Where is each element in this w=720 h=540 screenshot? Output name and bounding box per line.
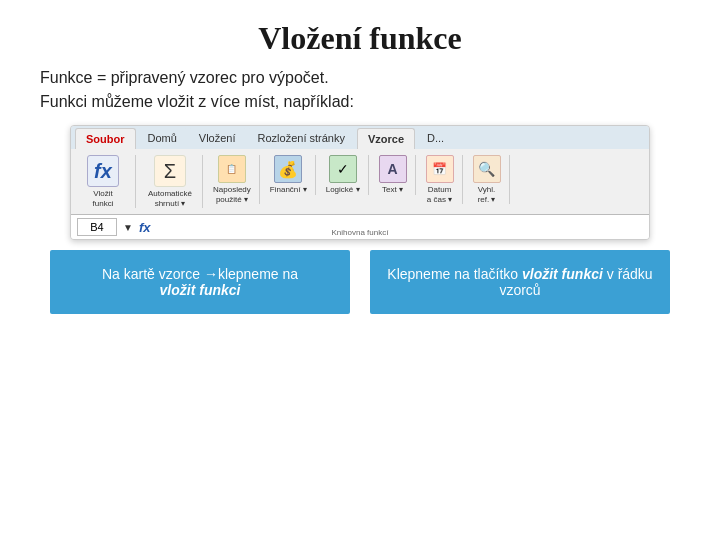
naposledy-label: Naposledypoužité ▾ xyxy=(213,185,251,204)
ribbon-container: Soubor Domů Vložení Rozložení stránky Vz… xyxy=(70,125,650,240)
description-line1: Funkce = připravený vzorec pro výpočet. xyxy=(40,69,680,87)
sigma-icon: Σ xyxy=(154,155,186,187)
caption-right: Klepneme na tlačítko vložit funkci v řád… xyxy=(370,250,670,314)
datetime-icon: 📅 xyxy=(426,155,454,183)
auto-label: Automatickéshrnutí ▾ xyxy=(148,189,192,208)
ribbon-group-vyhledani: 🔍 Vyhl.ref. ▾ xyxy=(473,155,510,204)
financni-col[interactable]: 💰 Finanční ▾ xyxy=(270,155,307,195)
ribbon-tab-vzorce[interactable]: Vzorce xyxy=(357,128,415,149)
text-label: Text ▾ xyxy=(382,185,403,195)
ribbon-tab-vlozeni[interactable]: Vložení xyxy=(189,128,246,149)
financial-icon: 💰 xyxy=(274,155,302,183)
lookup-icon: 🔍 xyxy=(473,155,501,183)
ribbon-tab-d[interactable]: D... xyxy=(417,128,454,149)
ribbon-tab-domu[interactable]: Domů xyxy=(138,128,187,149)
page-title: Vložení funkce xyxy=(40,20,680,57)
vlozit-funkci-button[interactable]: fx Vložitfunkci xyxy=(79,155,127,208)
ribbon-group-datum: 📅 Datuma čas ▾ xyxy=(426,155,463,204)
ribbon-tab-soubor[interactable]: Soubor xyxy=(75,128,136,149)
ribbon: Soubor Domů Vložení Rozložení stránky Vz… xyxy=(70,125,650,240)
ribbon-group-text: A Text ▾ xyxy=(379,155,416,195)
auto-shrnut-button[interactable]: Σ Automatickéshrnutí ▾ xyxy=(146,155,194,208)
ribbon-group-financni: 💰 Finanční ▾ xyxy=(270,155,316,195)
vlozit-label: Vložitfunkci xyxy=(93,189,114,208)
financni-label: Finanční ▾ xyxy=(270,185,307,195)
logical-icon: ✓ xyxy=(329,155,357,183)
text-icon: A xyxy=(379,155,407,183)
datum-col[interactable]: 📅 Datuma čas ▾ xyxy=(426,155,454,204)
vyhledani-col[interactable]: 🔍 Vyhl.ref. ▾ xyxy=(473,155,501,204)
caption-right-text1: Klepneme na tlačítko vložit funkci v řád… xyxy=(387,266,652,298)
vyhledani-label: Vyhl.ref. ▾ xyxy=(478,185,496,204)
logicke-col[interactable]: ✓ Logické ▾ xyxy=(326,155,360,195)
description-line2: Funkci můžeme vložit z více míst, napřík… xyxy=(40,93,680,111)
ribbon-group-auto: Σ Automatickéshrnutí ▾ xyxy=(146,155,203,208)
ribbon-body: fx Vložitfunkci Σ Automatickéshrnutí ▾ 📋 xyxy=(71,149,649,214)
naposledy-col: 📋 Naposledypoužité ▾ xyxy=(213,155,251,204)
recently-used-icon: 📋 xyxy=(218,155,246,183)
text-col[interactable]: A Text ▾ xyxy=(379,155,407,195)
bottom-section: Na kartě vzorce →klepneme na vložit funk… xyxy=(40,250,680,314)
page: Vložení funkce Funkce = připravený vzore… xyxy=(0,0,720,540)
expand-button[interactable]: ▼ xyxy=(123,222,133,233)
caption-left-italic: vložit funkci xyxy=(160,282,241,298)
ribbon-group-vlozit: fx Vložitfunkci xyxy=(79,155,136,208)
ribbon-tabs: Soubor Domů Vložení Rozložení stránky Vz… xyxy=(71,126,649,149)
datum-label: Datuma čas ▾ xyxy=(427,185,452,204)
caption-left: Na kartě vzorce →klepneme na vložit funk… xyxy=(50,250,350,314)
ribbon-group-logicke: ✓ Logické ▾ xyxy=(326,155,369,195)
formula-fx-button[interactable]: fx xyxy=(139,220,151,235)
knihovna-label: Knihovna funkcí xyxy=(332,228,389,237)
ribbon-tab-rozlozeni[interactable]: Rozložení stránky xyxy=(248,128,355,149)
fx-icon: fx xyxy=(87,155,119,187)
logicke-label: Logické ▾ xyxy=(326,185,360,195)
ribbon-group-naposledy: 📋 Naposledypoužité ▾ xyxy=(213,155,260,204)
caption-left-text1: Na kartě vzorce →klepneme na xyxy=(102,266,298,282)
cell-reference[interactable]: B4 xyxy=(77,218,117,236)
